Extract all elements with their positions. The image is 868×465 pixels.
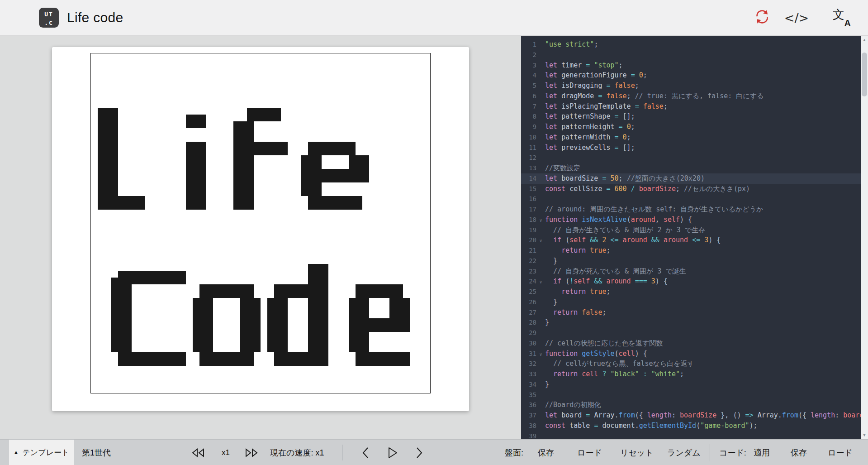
template-button[interactable]: ▲ テンプレート (9, 440, 74, 465)
speed-down-button[interactable] (191, 440, 205, 465)
line-number: 3 (521, 60, 536, 71)
fold-gutter (536, 360, 545, 370)
toolbar-divider (342, 445, 342, 460)
fold-gutter (536, 174, 545, 185)
code-line[interactable]: 29 (521, 328, 868, 338)
game-board[interactable] (90, 53, 431, 393)
code-line[interactable]: 36//Boardの初期化 (521, 400, 868, 410)
fold-gutter (536, 51, 545, 61)
next-generation-button[interactable] (416, 440, 423, 465)
board-save-button[interactable]: 保存 (538, 440, 554, 465)
code-line[interactable]: 31∨function getStyle(cell) { (521, 349, 868, 359)
fold-gutter (536, 380, 545, 391)
code-line[interactable]: 17// around: 周囲の生きたセル数 self: 自身が生きているかどう… (521, 204, 868, 215)
code-line[interactable]: 13//変数設定 (521, 163, 868, 173)
speed-up-button[interactable] (245, 440, 258, 465)
code-text: function getStyle(cell) { (545, 349, 647, 359)
code-line[interactable]: 14let boardSize = 50; //盤面の大きさ(20x20) (521, 173, 868, 184)
language-button[interactable]: 文 A (830, 0, 854, 35)
scrollbar-thumb[interactable] (862, 53, 867, 96)
editor-scrollbar[interactable]: ▲ ▼ (861, 36, 868, 439)
fast-forward-icon (245, 448, 258, 458)
code-line[interactable]: 21 return true; (521, 245, 868, 256)
board-random-button[interactable]: ランダム (667, 440, 701, 465)
code-line[interactable]: 33 return cell ? "black" : "white"; (521, 369, 868, 379)
code-text: let isDragging = false; (545, 81, 639, 91)
code-save-button[interactable]: 保存 (791, 440, 807, 465)
generation-counter: 第1世代 (82, 440, 111, 465)
code-text: return false; (545, 307, 606, 318)
board-pixel (356, 318, 410, 332)
code-line[interactable]: 12 (521, 153, 868, 163)
board-load-button[interactable]: ロード (577, 440, 602, 465)
code-line[interactable]: 34} (521, 379, 868, 390)
board-pixel (199, 352, 254, 366)
code-line[interactable]: 6let dragMode = false; // true: 黒にする, fa… (521, 91, 868, 101)
line-number: 35 (521, 390, 536, 400)
code-text: // cellの状態に応じた色を返す関数 (545, 338, 663, 349)
code-line[interactable]: 27 return false; (521, 307, 868, 318)
fold-gutter (536, 391, 545, 401)
code-panel-toggle-button[interactable]: </> (785, 0, 808, 35)
code-line[interactable]: 37let board = Array.from({ length: board… (521, 410, 868, 421)
toolbar-divider (710, 444, 710, 461)
code-lines: 1"use strict";23let timer = "stop";4let … (521, 39, 868, 439)
code-line[interactable]: 32 // cellがtrueなら黒、falseなら白を返す (521, 359, 868, 369)
code-line[interactable]: 3let timer = "stop"; (521, 60, 868, 71)
code-text: let timer = "stop"; (545, 60, 623, 71)
refresh-button[interactable] (751, 0, 773, 35)
code-line[interactable]: 11let previewCells = []; (521, 143, 868, 153)
code-line[interactable]: 35 (521, 390, 868, 400)
code-apply-button[interactable]: 適用 (754, 440, 770, 465)
board-pixel (118, 352, 186, 366)
code-line[interactable]: 24∨ if (!self && around === 3) { (521, 276, 868, 287)
line-number: 6 (521, 91, 536, 101)
app-logo: UT .C (39, 8, 59, 28)
fold-chevron-icon[interactable]: ∨ (536, 236, 545, 246)
code-line[interactable]: 30// cellの状態に応じた色を返す関数 (521, 338, 868, 349)
code-line[interactable]: 9let patternHeight = 0; (521, 122, 868, 132)
scroll-down-icon[interactable]: ▼ (861, 431, 868, 439)
code-line[interactable]: 20∨ if (self && 2 <= around && around <=… (521, 235, 868, 245)
code-line[interactable]: 22 } (521, 256, 868, 266)
board-pixel (186, 115, 206, 128)
code-load-button[interactable]: ロード (828, 440, 853, 465)
line-number: 37 (521, 410, 536, 421)
code-line[interactable]: 28} (521, 317, 868, 328)
code-text: // 自身が死んでいる & 周囲が 3 で誕生 (545, 266, 686, 277)
line-number: 28 (521, 317, 536, 328)
play-button[interactable] (387, 440, 398, 465)
code-line[interactable]: 7let isPlacingTemplate = false; (521, 101, 868, 112)
code-line[interactable]: 38const table = document.getElementById(… (521, 421, 868, 431)
code-line[interactable]: 4let generationFigure = 0; (521, 70, 868, 81)
code-text: let generationFigure = 0; (545, 70, 647, 81)
code-line[interactable]: 18∨function isNextAlive(around, self) { (521, 215, 868, 225)
code-line[interactable]: 19 // 自身が生きている & 周囲が 2 か 3 で生存 (521, 225, 868, 235)
board-reset-button[interactable]: リセット (620, 440, 654, 465)
fold-chevron-icon[interactable]: ∨ (536, 216, 545, 226)
code-line[interactable]: 1"use strict"; (521, 39, 868, 50)
code-line[interactable]: 25 return true; (521, 287, 868, 297)
fold-gutter (536, 123, 545, 133)
code-line[interactable]: 5let isDragging = false; (521, 81, 868, 91)
scroll-up-icon[interactable]: ▲ (861, 36, 868, 43)
code-line[interactable]: 26 } (521, 297, 868, 307)
fold-gutter (536, 308, 545, 319)
code-line[interactable]: 15const cellSize = 600 / boardSize; //セル… (521, 184, 868, 194)
code-line[interactable]: 16 (521, 194, 868, 204)
board-pixel (267, 298, 288, 352)
code-line[interactable]: 23 // 自身が死んでいる & 周囲が 3 で誕生 (521, 266, 868, 277)
code-text: const cellSize = 600 / boardSize; //セルの大… (545, 184, 750, 194)
fold-chevron-icon[interactable]: ∨ (536, 350, 545, 360)
code-line[interactable]: 10let patternWidth = 0; (521, 132, 868, 143)
code-line[interactable]: 2 (521, 50, 868, 60)
fold-chevron-icon[interactable]: ∨ (536, 277, 545, 288)
code-text: if (self && 2 <= around && around <= 3) … (545, 235, 721, 245)
fold-gutter (536, 370, 545, 380)
code-editor[interactable]: 1"use strict";23let timer = "stop";4let … (521, 36, 868, 439)
fold-gutter (536, 92, 545, 102)
code-text: function isNextAlive(around, self) { (545, 215, 692, 225)
previous-generation-button[interactable] (362, 440, 369, 465)
code-line[interactable]: 39 (521, 431, 868, 440)
code-line[interactable]: 8let patternShape = []; (521, 111, 868, 122)
